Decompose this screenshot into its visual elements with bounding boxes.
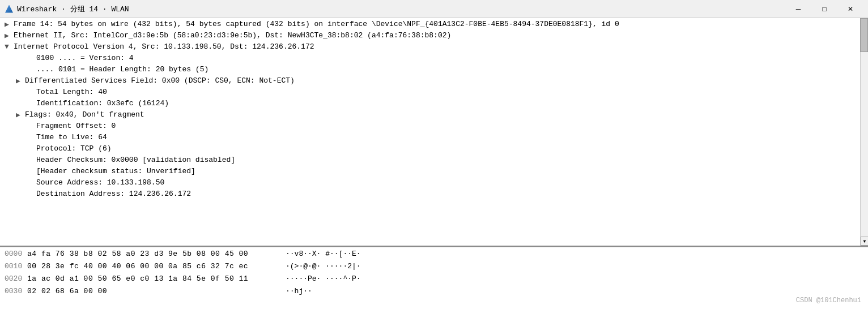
detail-row-text: Destination Address: 124.236.26.172 [36, 190, 191, 198]
detail-row[interactable]: .... 0101 = Header Length: 20 bytes (5) [0, 65, 868, 76]
wireshark-icon [5, 5, 14, 14]
hex-offset: 0010 [5, 262, 27, 271]
hex-bytes: a4 fa 76 38 b8 02 58 a0 23 d3 9e 5b 08 0… [27, 250, 276, 258]
detail-row[interactable]: ▼Internet Protocol Version 4, Src: 10.13… [0, 42, 868, 53]
hex-bytes: 02 02 68 6a 00 00 [27, 287, 276, 295]
detail-row-text: [Header checksum status: Unverified] [36, 167, 195, 175]
detail-row[interactable]: Fragment Offset: 0 [0, 121, 868, 132]
hex-offset: 0030 [5, 287, 27, 295]
detail-row[interactable]: Identification: 0x3efc (16124) [0, 98, 868, 110]
detail-row[interactable]: ▶Flags: 0x40, Don't fragment [0, 110, 868, 121]
detail-row-text: Total Length: 40 [36, 88, 107, 96]
detail-row[interactable]: ▶Ethernet II, Src: IntelCor_d3:9e:5b (58… [0, 31, 868, 42]
expand-icon[interactable]: ▶ [5, 31, 12, 40]
scrollbar-thumb[interactable] [860, 18, 868, 52]
expand-icon[interactable]: ▶ [5, 20, 12, 29]
detail-row-text: Time to Live: 64 [36, 133, 107, 141]
detail-row[interactable]: [Header checksum status: Unverified] [0, 166, 868, 178]
title-bar: Wireshark · 分组 14 · WLAN ─ □ ✕ [0, 0, 868, 18]
detail-row-text: Identification: 0x3efc (16124) [36, 99, 169, 108]
detail-scroll[interactable]: ▶Frame 14: 54 bytes on wire (432 bits), … [0, 18, 868, 246]
hex-ascii: ·(>·@·@· ·····2|· [276, 262, 361, 271]
close-button[interactable]: ✕ [837, 0, 863, 18]
hex-dump-pane: 0000a4 fa 76 38 b8 02 58 a0 23 d3 9e 5b … [0, 247, 868, 309]
detail-row[interactable]: 0100 .... = Version: 4 [0, 53, 868, 65]
expand-icon[interactable]: ▶ [16, 76, 24, 85]
detail-row-text: Ethernet II, Src: IntelCor_d3:9e:5b (58:… [14, 31, 451, 40]
detail-row[interactable]: Time to Live: 64 [0, 132, 868, 144]
hex-row[interactable]: 0000a4 fa 76 38 b8 02 58 a0 23 d3 9e 5b … [0, 247, 868, 260]
detail-row[interactable]: Protocol: TCP (6) [0, 144, 868, 155]
hex-row[interactable]: 001000 28 3e fc 40 00 40 06 00 00 0a 85 … [0, 260, 868, 272]
detail-row[interactable]: ▶Differentiated Services Field: 0x00 (DS… [0, 76, 868, 87]
detail-row[interactable]: Destination Address: 124.236.26.172 [0, 189, 868, 200]
detail-row[interactable]: Total Length: 40 [0, 87, 868, 98]
minimize-button[interactable]: ─ [785, 0, 811, 18]
detail-scrollbar[interactable]: ▲ ▼ [860, 18, 868, 246]
detail-row[interactable]: ▶Frame 14: 54 bytes on wire (432 bits), … [0, 19, 868, 31]
hex-bytes: 00 28 3e fc 40 00 40 06 00 00 0a 85 c6 3… [27, 262, 276, 271]
hex-row[interactable]: 00201a ac 0d a1 00 50 65 e0 c0 13 1a 84 … [0, 272, 868, 285]
detail-row-text: Differentiated Services Field: 0x00 (DSC… [25, 76, 295, 85]
main-content: ▶Frame 14: 54 bytes on wire (432 bits), … [0, 18, 868, 309]
title-bar-left: Wireshark · 分组 14 · WLAN [5, 4, 129, 14]
detail-row-text: Fragment Offset: 0 [36, 122, 116, 130]
scrollbar-down-arrow[interactable]: ▼ [861, 237, 868, 246]
hex-offset: 0020 [5, 274, 27, 283]
hex-ascii: ··hj·· [276, 287, 312, 295]
hex-offset: 0000 [5, 250, 27, 258]
hex-ascii: ·····Pe· ····^·P· [276, 274, 361, 283]
window-controls[interactable]: ─ □ ✕ [785, 0, 863, 18]
detail-row-text: .... 0101 = Header Length: 20 bytes (5) [36, 65, 209, 74]
maximize-button[interactable]: □ [811, 0, 837, 18]
hex-ascii: ··v8··X· #··[··E· [276, 250, 361, 258]
detail-row-text: Frame 14: 54 bytes on wire (432 bits), 5… [14, 20, 619, 28]
detail-row[interactable]: Header Checksum: 0x0000 [validation disa… [0, 155, 868, 166]
expand-icon[interactable]: ▶ [16, 110, 24, 119]
detail-row-text: Header Checksum: 0x0000 [validation disa… [36, 156, 235, 164]
detail-row-text: Source Address: 10.133.198.50 [36, 178, 164, 187]
detail-row-text: Flags: 0x40, Don't fragment [25, 110, 144, 119]
hex-row[interactable]: 003002 02 68 6a 00 00··hj·· [0, 285, 868, 297]
detail-row-text: Protocol: TCP (6) [36, 144, 112, 153]
detail-row[interactable]: Source Address: 10.133.198.50 [0, 178, 868, 189]
detail-row-text: Internet Protocol Version 4, Src: 10.133… [14, 42, 314, 51]
packet-detail-pane[interactable]: ▶Frame 14: 54 bytes on wire (432 bits), … [0, 18, 868, 247]
detail-row-text: 0100 .... = Version: 4 [36, 54, 134, 62]
window-title: Wireshark · 分组 14 · WLAN [17, 4, 129, 14]
collapse-icon[interactable]: ▼ [5, 42, 12, 51]
hex-bytes: 1a ac 0d a1 00 50 65 e0 c0 13 1a 84 5e 0… [27, 274, 276, 283]
